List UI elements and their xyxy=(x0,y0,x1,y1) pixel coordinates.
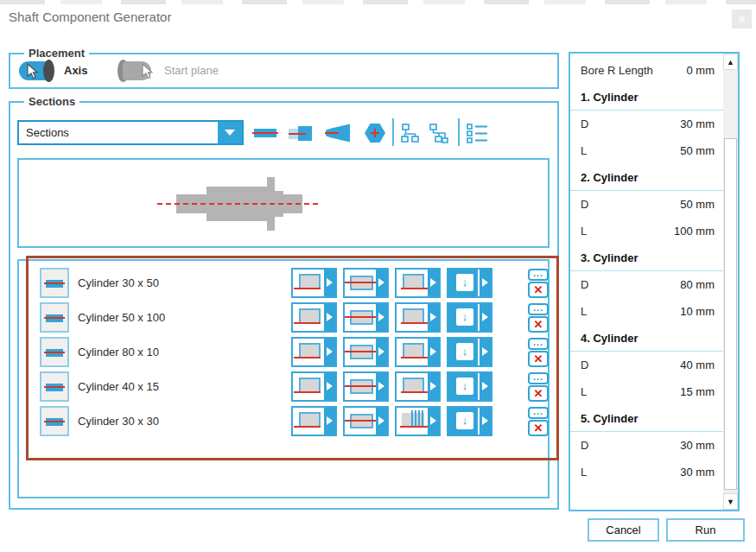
tree-view-button[interactable] xyxy=(401,122,427,144)
chevron-down-icon[interactable] xyxy=(218,122,242,143)
insert-cone-button[interactable] xyxy=(325,122,351,144)
l-label: L xyxy=(581,225,587,238)
chevron-right-icon[interactable] xyxy=(324,339,335,365)
chevron-right-icon[interactable] xyxy=(478,339,491,365)
l-label: L xyxy=(581,466,587,479)
insert-polygon-button[interactable] xyxy=(363,122,389,144)
chevron-right-icon[interactable] xyxy=(428,373,439,400)
section-row: Cylinder 30 x 50 ↓ ... ✕ xyxy=(19,268,548,299)
chevron-right-icon[interactable] xyxy=(428,408,439,435)
first-edge-feature-button[interactable] xyxy=(291,268,337,298)
sections-groupbox: Sections Sections xyxy=(9,101,559,510)
cylinder-section-button[interactable] xyxy=(40,406,69,436)
chevron-right-icon[interactable] xyxy=(376,304,387,331)
d-value[interactable]: 30 mm xyxy=(680,439,723,452)
tree-view-alt-button[interactable] xyxy=(429,122,454,144)
diameter-row: D40 mm xyxy=(570,352,723,378)
chevron-right-icon[interactable] xyxy=(376,373,387,400)
cylinder-section-button[interactable] xyxy=(40,302,69,333)
d-value[interactable]: 30 mm xyxy=(680,117,723,130)
second-edge-feature-button[interactable] xyxy=(395,337,441,367)
delete-section-button[interactable]: ✕ xyxy=(528,282,549,298)
first-edge-feature-button[interactable] xyxy=(291,406,337,436)
d-value[interactable]: 80 mm xyxy=(680,278,723,291)
section-feature-button[interactable] xyxy=(343,406,389,436)
chevron-right-icon[interactable] xyxy=(478,408,491,435)
axis-placement-toggle[interactable] xyxy=(19,59,59,83)
bore-length-value[interactable]: 0 mm xyxy=(687,64,724,77)
second-edge-feature-button[interactable] xyxy=(395,268,441,298)
cylinder-section-button[interactable] xyxy=(40,337,69,367)
more-options-button[interactable]: ... xyxy=(528,303,549,315)
first-edge-feature-button[interactable] xyxy=(291,337,337,367)
l-value[interactable]: 30 mm xyxy=(680,466,723,479)
inner-bore-feature-button[interactable]: ↓ xyxy=(447,371,492,402)
section-icon xyxy=(345,373,378,400)
start-plane-toggle[interactable] xyxy=(118,59,157,83)
run-button[interactable]: Run xyxy=(666,518,745,542)
chevron-right-icon[interactable] xyxy=(324,408,335,435)
chevron-right-icon[interactable] xyxy=(428,339,439,365)
section-feature-button[interactable] xyxy=(343,268,389,298)
l-value[interactable]: 50 mm xyxy=(680,144,723,157)
edge-end-icon xyxy=(397,270,429,296)
diameter-row: D30 mm xyxy=(570,111,723,137)
cancel-button[interactable]: Cancel xyxy=(588,518,659,542)
scrollbar-thumb[interactable] xyxy=(724,138,737,490)
delete-section-button[interactable]: ✕ xyxy=(528,351,549,367)
more-options-button[interactable]: ... xyxy=(528,372,549,384)
section-feature-button[interactable] xyxy=(343,337,389,367)
cylinder-section-button[interactable] xyxy=(40,268,69,298)
section-row: Cylinder 30 x 30 ↓ ... ✕ xyxy=(19,406,548,437)
insert-step-cylinder-button[interactable] xyxy=(289,122,314,144)
section-feature-button[interactable] xyxy=(343,371,389,402)
chevron-right-icon[interactable] xyxy=(324,270,335,296)
chevron-right-icon[interactable] xyxy=(376,339,387,365)
chevron-right-icon[interactable] xyxy=(428,270,439,296)
chevron-right-icon[interactable] xyxy=(324,373,335,400)
delete-section-button[interactable]: ✕ xyxy=(528,316,549,333)
scroll-up-icon[interactable]: ▲ xyxy=(723,54,738,70)
l-value[interactable]: 10 mm xyxy=(680,305,723,318)
inner-bore-feature-button[interactable]: ↓ xyxy=(447,337,492,367)
scroll-down-icon[interactable]: ▼ xyxy=(723,493,738,510)
diameter-row: D80 mm xyxy=(570,271,723,298)
second-edge-feature-button[interactable] xyxy=(395,371,441,402)
first-edge-feature-button[interactable] xyxy=(291,371,337,402)
list-view-icon xyxy=(467,122,489,144)
cylinder-section-button[interactable] xyxy=(40,371,69,402)
placement-group-label: Placement xyxy=(24,47,89,60)
insert-cylinder-button[interactable] xyxy=(252,122,278,144)
inner-bore-feature-button[interactable]: ↓ xyxy=(447,406,492,436)
sections-dropdown[interactable]: Sections xyxy=(17,120,244,145)
cylinder-group-heading: 4. Cylinder xyxy=(570,325,723,351)
more-options-button[interactable]: ... xyxy=(528,338,549,350)
d-value[interactable]: 50 mm xyxy=(680,198,723,211)
list-view-button[interactable] xyxy=(467,122,492,144)
first-edge-feature-button[interactable] xyxy=(291,302,337,333)
d-label: D xyxy=(581,439,588,452)
more-options-button[interactable]: ... xyxy=(528,269,549,281)
l-value[interactable]: 100 mm xyxy=(674,225,723,238)
chevron-right-icon[interactable] xyxy=(324,304,335,331)
delete-section-button[interactable]: ✕ xyxy=(528,385,549,402)
chevron-right-icon[interactable] xyxy=(376,408,387,435)
section-feature-button[interactable] xyxy=(343,302,389,333)
more-options-button[interactable]: ... xyxy=(528,407,549,419)
chevron-right-icon[interactable] xyxy=(478,270,491,296)
inner-bore-feature-button[interactable]: ↓ xyxy=(447,268,492,298)
chevron-right-icon[interactable] xyxy=(428,304,439,331)
l-value[interactable]: 15 mm xyxy=(680,385,723,398)
chevron-right-icon[interactable] xyxy=(376,270,387,296)
d-label: D xyxy=(581,198,588,211)
d-value[interactable]: 40 mm xyxy=(680,358,723,371)
edge-start-icon xyxy=(293,270,326,296)
close-icon[interactable]: × xyxy=(732,10,752,29)
scrollbar[interactable]: ▲ ▼ xyxy=(723,54,738,510)
thread-feature-button[interactable] xyxy=(395,406,441,436)
chevron-right-icon[interactable] xyxy=(478,373,491,400)
second-edge-feature-button[interactable] xyxy=(395,302,441,333)
inner-bore-feature-button[interactable]: ↓ xyxy=(447,302,492,333)
delete-section-button[interactable]: ✕ xyxy=(528,420,549,436)
chevron-right-icon[interactable] xyxy=(478,304,491,331)
